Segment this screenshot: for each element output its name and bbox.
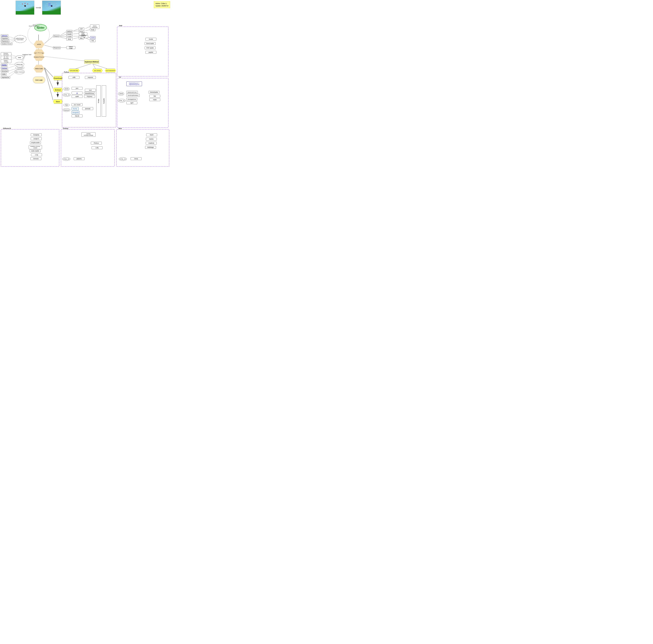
sqlite-node: SQLite [72, 115, 82, 117]
scraperjs-node: Scraperjs [31, 134, 42, 136]
implement-method-node: Implement Method [84, 60, 99, 64]
python-json-label: JSON [64, 87, 69, 91]
body-req-node: Body [66, 38, 73, 41]
fiddler-node: Fiddler [1, 73, 7, 75]
python-htmljs-label: HTML_JS [63, 93, 71, 97]
heritrix-node: Heritrix [146, 138, 157, 140]
use-framework-node: use Framework [105, 69, 116, 72]
sgml-node: sgml [126, 101, 137, 104]
post-body-node: Body [90, 28, 96, 31]
query-parameter-node: Query Parameter [90, 24, 99, 29]
basic-knowledge-label: Basic Knowledge [29, 25, 40, 27]
charles-node: Charles [1, 64, 7, 66]
pyspider-node: PySpider [102, 85, 106, 117]
crawler4j-node: crawler4j [146, 142, 156, 144]
mongodb-node: MongoDB [72, 111, 79, 114]
hawk-node: Hawk [149, 98, 160, 101]
python-section: Python urllib requests JSON json HTML_JS [62, 73, 116, 127]
net-http-node: net/http net/http/cookiejar [81, 132, 96, 137]
xml-http-node: XML [90, 39, 96, 42]
js-serializer-node: JavaScriptSerializer [126, 94, 140, 97]
httpwatcher-node: HttpWatcher [1, 76, 10, 79]
domcrawler-node: DomCrawler [145, 42, 155, 45]
xpath-node: xpath [72, 95, 82, 98]
jsoup-node: Jsoup [130, 157, 142, 160]
requests-node: requests [85, 76, 96, 79]
newtonsoft-node: Newtonsoft.Json [126, 91, 138, 94]
save-node: Save [53, 99, 63, 104]
osmosis-node: Osmosis [30, 157, 41, 160]
other-common-node: Other Common [15, 70, 25, 74]
http-web-request-node: HttpWebRequest + HttpWebResponse [126, 81, 142, 86]
request-node: Request [53, 34, 59, 38]
colly-node: Colly [92, 146, 102, 149]
analysis-process-node: Analysis Process [33, 53, 45, 61]
pyquery-node: PyQuery [84, 95, 95, 98]
dotnet-spider-node: DotnetSpider [148, 91, 160, 94]
text-label: Text [64, 103, 69, 106]
page-container: Author: Crifan Li Update: 20200714 文 字 水… [0, 0, 172, 169]
http-node: HTTP [33, 41, 45, 48]
java-section: Java Nutch Heritrix crawler4j WebMagic H… [116, 129, 169, 167]
ie-f12-node: IE - F12 DevTools [1, 56, 11, 59]
goquery-node: goquery [74, 157, 84, 160]
analysis-tool-label: Analysis Tool [22, 54, 31, 55]
web-browser-automation-node: Web Browser Automation [14, 35, 26, 43]
self-write-raw-node: self write Raw [68, 69, 79, 72]
use-library-node: use Library [92, 69, 103, 72]
csv-excel-node: csv / excel [72, 103, 82, 106]
assistant-node: Assistant [16, 66, 24, 70]
urllib-node: urllib [69, 76, 79, 79]
json-lib-node: json [72, 87, 82, 90]
csharp-json-label: JSON [118, 92, 124, 95]
java-htmljs-label: HTML_JS [119, 157, 127, 161]
mysql-node: MySQL [72, 107, 79, 110]
download-node: Download [53, 76, 63, 80]
author-text: Author: Crifan Li [155, 3, 167, 4]
pholcus-node: Pholcus [91, 142, 102, 144]
nodes-container: Spider Basic Knowledge HTTP Core Process… [0, 0, 172, 169]
puppeteer-node: Puppeteer [1, 37, 9, 40]
js-section: JS/NodeJS Scraperjs scrape-it simplecraw… [1, 129, 59, 167]
firefox-firebug-node: Firefox - Firebug [1, 59, 11, 63]
nutch-node: Nutch [146, 134, 157, 136]
web-browser-label: Web Browser Automation [14, 37, 26, 41]
extract-node: Extract [53, 88, 63, 92]
headless-chrome-node: Headless Chrome [1, 43, 13, 45]
papider-node: papider [145, 51, 156, 54]
simplecrawler-node: simplecrawler [30, 141, 41, 144]
postman-node: Postman [1, 67, 8, 69]
golang-htmljs-label: HTML_JS [63, 157, 70, 161]
php-section: PHP Goutte DomCrawler PHP-Spider papider [117, 26, 169, 76]
update-text: Update: 20200714 [155, 5, 168, 7]
wireshark-node: Wireshark [1, 70, 9, 72]
core-logic-node: Core Logic [33, 76, 45, 84]
pymysql-node: pymysql [82, 107, 93, 110]
response-node: Response [53, 46, 61, 49]
headless-chrome-crawler-node: headless-chrome-crawler [29, 145, 42, 149]
chrome-devtools-node: Chrome - DevTools [1, 52, 11, 56]
get-node: GET [79, 27, 84, 30]
scrapy-node: Scrapy [96, 85, 101, 117]
csharp-htmljs-label: HTML_JS [118, 99, 126, 102]
golang-section: Golang net/http net/http/cookiejar Pholc… [61, 129, 115, 167]
html-agility-node: HtmlAgilityPack [126, 98, 137, 101]
goutte-node: Goutte [145, 38, 156, 41]
beautifulsoup-node: BeautifulSoup [84, 92, 95, 95]
data-node: data [79, 37, 84, 40]
write-code-node: Write Code [33, 65, 45, 73]
scrape-it-node: scrape-it [31, 137, 42, 140]
status-code-node: Status Code [66, 46, 75, 49]
sticky-note: Author: Crifan Li Update: 20200714 [154, 1, 170, 8]
selenium-node: Selenium [1, 34, 8, 37]
lxml-node: lxml [85, 89, 96, 92]
database-label: Database [63, 108, 70, 112]
re-node: re [72, 92, 82, 94]
node-crawler-node: node-crawler [30, 149, 41, 152]
webmagic-node: WebMagic [145, 146, 156, 149]
php-spider-node: PHP-Spider [145, 47, 155, 49]
method-node: Method [66, 30, 73, 33]
ibot-node: ibot [149, 95, 160, 97]
phantomjs-node: PhantomJs [1, 40, 9, 43]
user-agent-node: User-Agent [79, 32, 88, 35]
